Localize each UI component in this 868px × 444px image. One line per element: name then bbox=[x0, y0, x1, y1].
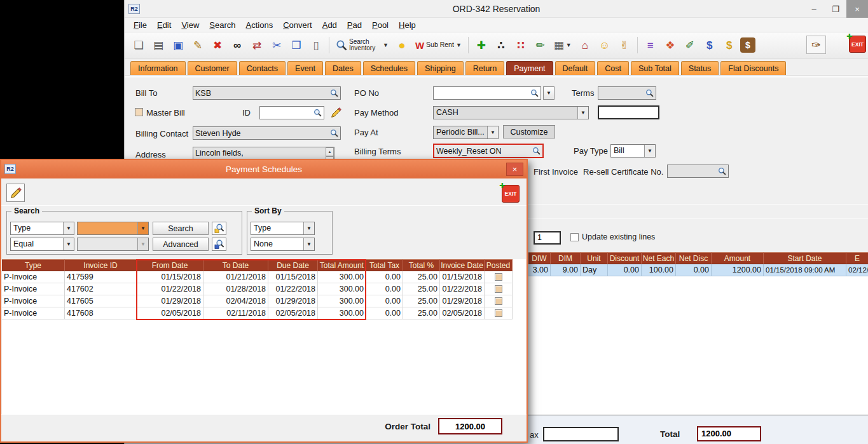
tab-dates[interactable]: Dates bbox=[325, 61, 361, 75]
column-header[interactable]: DIW bbox=[528, 252, 551, 264]
column-header-total-amount[interactable]: Total Amount bbox=[318, 259, 366, 271]
molecule-icon[interactable]: ∴ bbox=[492, 36, 510, 54]
exit-button[interactable]: ✚ EXIT bbox=[849, 36, 866, 53]
tab-cost[interactable]: Cost bbox=[597, 61, 629, 75]
chevron-down-icon[interactable]: ▼ bbox=[303, 238, 314, 250]
po-no-field[interactable] bbox=[433, 86, 541, 100]
chevron-down-icon[interactable]: ▼ bbox=[577, 107, 588, 119]
vote-icon[interactable]: ✌ bbox=[616, 36, 633, 54]
posted-checkbox[interactable] bbox=[495, 285, 502, 293]
cell[interactable]: 02/04/2018 bbox=[203, 295, 268, 307]
cell[interactable]: 0.00 bbox=[366, 271, 403, 283]
cell[interactable]: 01/29/2018 bbox=[440, 295, 485, 307]
column-header-due-date[interactable]: Due Date bbox=[268, 259, 318, 271]
brush-icon[interactable]: ✑ bbox=[806, 36, 826, 54]
cell[interactable]: P-Invoice bbox=[2, 271, 65, 283]
cell[interactable]: 01/15/2018 bbox=[137, 271, 203, 283]
customize-button[interactable]: Customize bbox=[503, 125, 555, 138]
cell[interactable]: 02/11/2018 bbox=[203, 307, 268, 320]
chevron-down-icon[interactable]: ▼ bbox=[137, 222, 148, 234]
cell[interactable]: 0.00 bbox=[366, 307, 403, 320]
cell[interactable]: P-Invoice bbox=[2, 307, 65, 320]
column-header-to-date[interactable]: To Date bbox=[203, 259, 268, 271]
export-icon[interactable]: ⇄ bbox=[248, 36, 266, 54]
sub-rent-button[interactable]: W Sub Rent ▼ bbox=[413, 35, 464, 55]
cell[interactable]: 01/22/2018 bbox=[268, 283, 318, 295]
menu-search[interactable]: Search bbox=[204, 19, 240, 31]
lines-table-row[interactable]: 3.00 9.00 Day 0.00 100.00 0.00 1200.00 0… bbox=[528, 264, 868, 276]
cell[interactable]: 417602 bbox=[65, 283, 137, 295]
cell[interactable]: 25.00 bbox=[403, 271, 440, 283]
cell[interactable]: 02/05/2018 bbox=[137, 307, 203, 320]
cube-icon[interactable]: ❖ bbox=[661, 36, 679, 54]
scroll-up-icon[interactable]: ▲ bbox=[326, 147, 334, 156]
write-note-icon[interactable]: ✏ bbox=[532, 36, 549, 54]
new-document-icon[interactable]: ❏ bbox=[130, 36, 148, 54]
cell[interactable]: 01/29/2018 bbox=[268, 295, 318, 307]
search-icon[interactable] bbox=[645, 89, 654, 97]
column-header[interactable]: Net Disc bbox=[676, 252, 712, 264]
org-chart-icon[interactable]: ⌂ bbox=[576, 36, 594, 54]
menu-pad[interactable]: Pad bbox=[342, 19, 367, 31]
menu-view[interactable]: View bbox=[176, 19, 204, 31]
column-header-type[interactable]: Type bbox=[2, 259, 65, 271]
posted-checkbox[interactable] bbox=[495, 309, 502, 317]
search-operator-combo[interactable]: Equal ▼ bbox=[10, 238, 74, 251]
advanced-button[interactable]: Advanced bbox=[153, 238, 209, 251]
tab-schedules[interactable]: Schedules bbox=[363, 61, 415, 75]
cell[interactable]: 417599 bbox=[65, 271, 137, 283]
duck-icon[interactable]: ● bbox=[393, 36, 411, 54]
paste-icon[interactable]: ▯ bbox=[307, 36, 325, 54]
search-icon[interactable] bbox=[718, 167, 726, 175]
posted-checkbox[interactable] bbox=[495, 273, 502, 281]
tab-sub-total[interactable]: Sub Total bbox=[631, 61, 679, 75]
payment-dollar-icon[interactable]: $ bbox=[720, 36, 738, 54]
menu-actions[interactable]: Actions bbox=[241, 19, 279, 31]
po-no-dropdown-button[interactable]: ▼ bbox=[543, 86, 555, 100]
column-header-total-tax[interactable]: Total Tax bbox=[366, 259, 403, 271]
order-total-field[interactable]: 1200.00 bbox=[438, 418, 502, 434]
print-icon[interactable]: ▤ bbox=[149, 36, 167, 54]
pay-type-combo[interactable]: Bill ▼ bbox=[610, 144, 656, 158]
search-button[interactable]: Search bbox=[153, 222, 209, 235]
delete-icon[interactable]: ✖ bbox=[209, 36, 226, 54]
edit-icon[interactable]: ✎ bbox=[189, 36, 207, 54]
column-header-invoice-id[interactable]: Invoice ID bbox=[65, 259, 137, 271]
cell[interactable]: 02/05/2018 bbox=[268, 307, 318, 320]
cell[interactable]: 25.00 bbox=[403, 283, 440, 295]
dialog-exit-button[interactable]: ✚ EXIT bbox=[502, 185, 520, 203]
tab-status[interactable]: Status bbox=[681, 61, 719, 75]
column-header[interactable]: Amount bbox=[712, 252, 764, 264]
billing-contact-field[interactable]: Steven Hyde bbox=[193, 126, 341, 140]
group-icon[interactable]: ∷ bbox=[512, 36, 530, 54]
refund-dollar-icon[interactable]: $ bbox=[701, 36, 719, 54]
search-operator-value-combo[interactable]: ▼ bbox=[77, 238, 149, 251]
column-header[interactable]: E bbox=[846, 252, 868, 264]
cell[interactable]: P-Invoice bbox=[2, 283, 65, 295]
dialog-edit-button[interactable] bbox=[6, 184, 25, 202]
search-icon[interactable] bbox=[330, 129, 338, 137]
smiley-icon[interactable]: ☺ bbox=[596, 36, 614, 54]
pay-method-amount-field[interactable] bbox=[598, 105, 659, 119]
cell[interactable]: 300.00 bbox=[318, 283, 366, 295]
posted-checkbox[interactable] bbox=[495, 297, 502, 305]
column-header-from-date[interactable]: From Date bbox=[137, 259, 203, 271]
resell-certificate-field[interactable] bbox=[667, 165, 729, 178]
cell[interactable]: 25.00 bbox=[403, 307, 440, 320]
cell[interactable]: 300.00 bbox=[318, 271, 366, 283]
cell[interactable]: Day bbox=[581, 264, 608, 276]
menu-pool[interactable]: Pool bbox=[367, 19, 394, 31]
total-field[interactable]: 1200.00 bbox=[697, 426, 761, 441]
maximize-button[interactable]: ❐ bbox=[825, 0, 846, 18]
notes-icon[interactable]: ✐ bbox=[681, 36, 699, 54]
purse-icon[interactable]: $ bbox=[740, 37, 755, 53]
close-button[interactable]: × bbox=[846, 0, 868, 18]
cell[interactable]: 0.00 bbox=[366, 283, 403, 295]
pay-method-combo[interactable]: CASH ▼ bbox=[433, 106, 589, 119]
schedule-row[interactable]: P-Invoice 417599 01/15/2018 01/21/2018 0… bbox=[2, 271, 513, 283]
id-edit-button[interactable] bbox=[328, 105, 343, 120]
copy-icon[interactable]: ❒ bbox=[287, 36, 305, 54]
menu-edit[interactable]: Edit bbox=[152, 19, 176, 31]
column-header-total-pct[interactable]: Total % bbox=[403, 259, 440, 271]
cell[interactable]: 01/15/2018 bbox=[268, 271, 318, 283]
